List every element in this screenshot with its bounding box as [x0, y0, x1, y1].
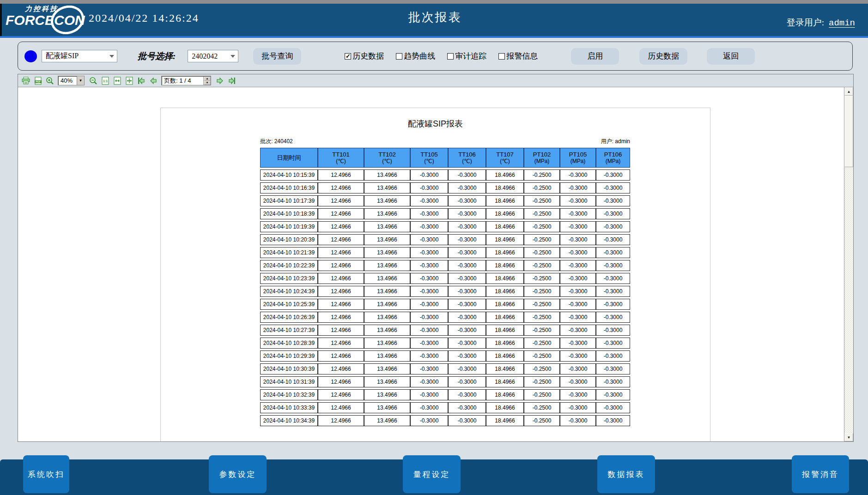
table-header-row: 日期时间TT101(℃)TT102(℃)TT105(℃)TT106(℃)TT10… [260, 148, 630, 168]
zoom-out-icon[interactable] [88, 76, 98, 85]
table-cell: 18.4966 [486, 169, 524, 181]
window-top-strip [0, 0, 868, 4]
table-cell: 13.4966 [364, 376, 410, 387]
batch-select-value: 2402042 [192, 52, 218, 60]
report-user-label: 用户: [601, 138, 613, 145]
table-cell: -0.3000 [560, 182, 596, 193]
range-setting-button[interactable]: 量程设定 [403, 455, 461, 493]
checkbox-group: ✓ 历史数据 趋势曲线 审计追踪 报警信息 [345, 51, 550, 61]
last-page-icon[interactable] [227, 76, 237, 85]
page-spinner-buttons[interactable]: ▲▼ [203, 77, 211, 85]
table-cell: -0.3000 [410, 182, 448, 193]
data-report-button[interactable]: 数据报表 [597, 455, 655, 493]
table-cell: -0.3000 [410, 325, 448, 336]
table-cell: 12.4966 [318, 299, 364, 310]
table-cell: -0.3000 [410, 260, 448, 271]
table-cell: 2024-04-10 10:22:39 [260, 260, 318, 271]
table-cell: 2024-04-10 10:20:39 [260, 234, 318, 245]
table-cell: -0.3000 [410, 169, 448, 181]
table-cell: -0.2500 [524, 338, 560, 349]
checkbox-history-data[interactable]: ✓ 历史数据 [345, 51, 384, 61]
table-cell: -0.2500 [524, 415, 560, 426]
table-cell: -0.3000 [596, 208, 630, 219]
export-pdf-icon[interactable]: PDF [33, 76, 43, 85]
zoom-in-icon[interactable] [45, 76, 55, 85]
table-cell: -0.3000 [448, 415, 486, 426]
table-cell: -0.2500 [524, 299, 560, 310]
scroll-down-icon[interactable]: ▼ [844, 433, 853, 441]
table-cell: -0.3000 [596, 273, 630, 284]
checkbox-box[interactable] [447, 53, 454, 60]
table-cell: 13.4966 [364, 221, 410, 232]
system-purge-button[interactable]: 系统吹扫 [23, 455, 69, 493]
table-cell: 18.4966 [486, 182, 524, 193]
table-cell: -0.3000 [560, 389, 596, 400]
prev-page-icon[interactable] [148, 76, 158, 85]
batch-select-label: 批号选择: [138, 50, 176, 62]
table-cell: -0.3000 [596, 312, 630, 323]
table-cell: -0.3000 [560, 273, 596, 284]
table-cell: -0.2500 [524, 286, 560, 297]
parameter-setting-button[interactable]: 参数设定 [209, 455, 267, 493]
table-cell: -0.3000 [560, 325, 596, 336]
checkbox-trend-curve[interactable]: 趋势曲线 [396, 51, 435, 61]
next-page-icon[interactable] [215, 76, 225, 85]
table-cell: -0.2500 [524, 376, 560, 387]
table-row: 2024-04-10 10:17:3912.496613.4966-0.3000… [260, 195, 630, 206]
checkbox-box[interactable]: ✓ [345, 53, 351, 60]
device-select[interactable]: 配液罐SIP [42, 50, 117, 62]
scrollbar-track[interactable] [844, 167, 853, 433]
checkbox-label: 报警信息 [506, 51, 538, 61]
fit-width-icon[interactable] [112, 76, 122, 85]
table-cell: 2024-04-10 10:18:39 [260, 208, 318, 219]
vertical-scrollbar[interactable]: ▲ ▼ [844, 87, 853, 441]
table-cell: -0.3000 [410, 286, 448, 297]
checkbox-box[interactable] [396, 53, 402, 60]
table-cell: -0.3000 [560, 415, 596, 426]
report-canvas: 配液罐SIP报表 批次: 240402 用户: admin 日期时间TT101(… [18, 87, 844, 441]
batch-select[interactable]: 2402042 [188, 50, 238, 62]
table-cell: -0.3000 [560, 169, 596, 181]
table-cell: 2024-04-10 10:27:39 [260, 325, 318, 336]
table-cell: -0.3000 [448, 182, 486, 193]
table-cell: -0.2500 [524, 325, 560, 336]
table-cell: -0.3000 [560, 247, 596, 258]
table-header-cell: TT101(℃) [318, 148, 364, 168]
table-cell: -0.3000 [410, 338, 448, 349]
table-row: 2024-04-10 10:15:3912.496613.4966-0.3000… [260, 169, 630, 181]
alarm-mute-button[interactable]: 报警消音 [792, 455, 849, 493]
print-icon[interactable] [21, 76, 31, 85]
table-row: 2024-04-10 10:24:3912.496613.4966-0.3000… [260, 286, 630, 297]
spin-down-icon[interactable]: ▼ [204, 81, 211, 85]
report-user: 用户: admin [601, 138, 630, 145]
table-cell: -0.3000 [596, 402, 630, 413]
enable-button[interactable]: 启用 [571, 48, 619, 65]
spin-up-icon[interactable]: ▲ [204, 77, 211, 81]
actual-size-icon[interactable]: 1:1 [100, 76, 110, 85]
table-row: 2024-04-10 10:20:3912.496613.4966-0.3000… [260, 234, 630, 245]
table-cell: -0.3000 [410, 376, 448, 387]
table-cell: -0.2500 [524, 182, 560, 193]
fit-page-icon[interactable] [124, 76, 134, 85]
back-button[interactable]: 返回 [707, 48, 755, 65]
checkbox-box[interactable] [498, 53, 505, 60]
history-data-button[interactable]: 历史数据 [639, 48, 687, 65]
checkbox-audit-trail[interactable]: 审计追踪 [447, 51, 486, 61]
table-cell: -0.3000 [560, 402, 596, 413]
table-cell: 12.4966 [318, 350, 364, 362]
checkbox-alarm-info[interactable]: 报警信息 [498, 51, 538, 61]
checkbox-label: 审计追踪 [455, 51, 486, 61]
table-row: 2024-04-10 10:19:3912.496613.4966-0.3000… [260, 221, 630, 232]
first-page-icon[interactable] [136, 76, 146, 85]
table-cell: -0.3000 [448, 260, 486, 271]
zoom-select-dropdown-button[interactable]: ▼ [77, 76, 84, 85]
table-header-cell: PT106(MPa) [596, 148, 630, 168]
scrollbar-thumb[interactable] [844, 96, 853, 167]
table-cell: -0.2500 [524, 169, 560, 181]
scroll-up-icon[interactable]: ▲ [844, 87, 853, 96]
zoom-level-select[interactable]: 40% ▼ [58, 76, 85, 85]
table-cell: -0.3000 [560, 221, 596, 232]
batch-query-button[interactable]: 批号查询 [253, 48, 301, 65]
page-number-spinner[interactable]: 页数: 1 / 4 ▲▼ [161, 76, 211, 85]
table-cell: 12.4966 [318, 376, 364, 387]
